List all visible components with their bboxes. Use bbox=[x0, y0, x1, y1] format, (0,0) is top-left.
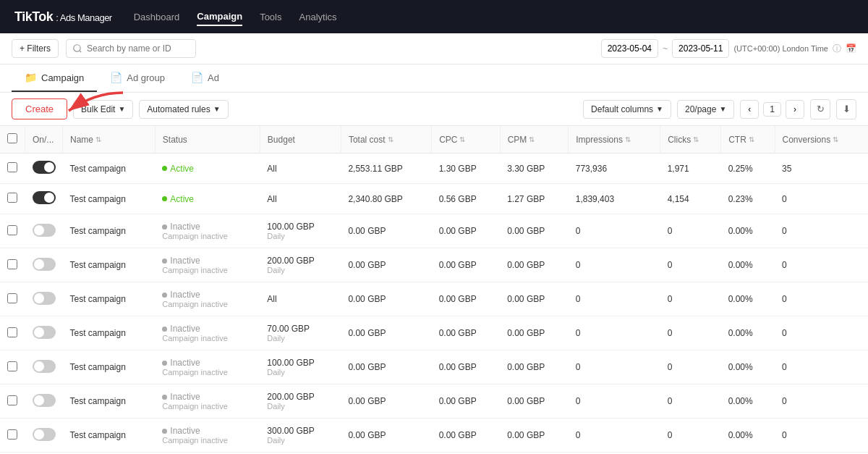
tab-navigation: 📁 Campaign 📄 Ad group 📄 Ad bbox=[0, 64, 868, 93]
nav-tools[interactable]: Tools bbox=[260, 9, 281, 25]
default-columns-button[interactable]: Default columns ▼ bbox=[583, 100, 671, 119]
date-start-button[interactable]: 2023-05-04 bbox=[601, 39, 658, 58]
date-end-button[interactable]: 2023-05-11 bbox=[672, 39, 729, 58]
campaign-toggle-8[interactable] bbox=[33, 428, 56, 441]
cell-budget: 200.00 GBP Daily bbox=[260, 384, 341, 419]
campaign-toggle-5[interactable] bbox=[33, 326, 56, 339]
th-clicks[interactable]: Clicks ⇅ bbox=[660, 126, 721, 154]
cell-toggle[interactable] bbox=[25, 350, 63, 384]
tab-campaign[interactable]: 📁 Campaign bbox=[12, 64, 97, 92]
cell-toggle[interactable] bbox=[25, 248, 63, 282]
status-dot-5 bbox=[162, 327, 167, 332]
ctr-value-4: 0.00% bbox=[728, 294, 753, 304]
cell-total-cost: 0.00 GBP bbox=[341, 419, 431, 453]
select-all-checkbox[interactable] bbox=[7, 133, 17, 143]
cell-toggle[interactable] bbox=[25, 154, 63, 184]
create-button[interactable]: Create bbox=[12, 98, 67, 119]
tab-ad[interactable]: 📄 Ad bbox=[178, 64, 232, 92]
row-checkbox-7[interactable] bbox=[7, 395, 17, 405]
download-button[interactable]: ⬇ bbox=[836, 99, 856, 119]
sort-icon-cpc: ⇅ bbox=[459, 135, 465, 143]
cpm-value-1: 1.27 GBP bbox=[507, 194, 545, 204]
row-checkbox-6[interactable] bbox=[7, 361, 17, 371]
row-checkbox-4[interactable] bbox=[7, 293, 17, 303]
conversions-value-5: 0 bbox=[782, 328, 787, 338]
cell-cpc: 0.00 GBP bbox=[432, 214, 501, 248]
cell-name: Test campaign bbox=[63, 282, 156, 316]
automated-rules-button[interactable]: Automated rules ▼ bbox=[139, 100, 228, 119]
campaign-toggle-4[interactable] bbox=[33, 292, 56, 305]
nav-campaign[interactable]: Campaign bbox=[197, 8, 242, 26]
cell-toggle[interactable] bbox=[25, 214, 63, 248]
th-cpm[interactable]: CPM ⇅ bbox=[500, 126, 569, 154]
th-name[interactable]: Name ⇅ bbox=[63, 126, 156, 154]
cell-status: Active bbox=[155, 154, 260, 184]
status-indicator-6: Inactive bbox=[162, 358, 252, 368]
budget-sub-8: Daily bbox=[267, 436, 333, 445]
th-conversions[interactable]: Conversions ⇅ bbox=[775, 126, 868, 154]
top-navigation: TikTok: Ads Manager Dashboard Campaign T… bbox=[0, 0, 868, 33]
th-cpc[interactable]: CPC ⇅ bbox=[432, 126, 501, 154]
table-body: Test campaign Active All 2,553.11 GBP 1.… bbox=[0, 154, 868, 455]
status-text-1: Active bbox=[170, 194, 194, 204]
row-checkbox-2[interactable] bbox=[7, 225, 17, 235]
nav-dashboard[interactable]: Dashboard bbox=[134, 9, 180, 25]
campaign-toggle-1[interactable] bbox=[33, 191, 56, 204]
total-cost-value-1: 2,340.80 GBP bbox=[348, 194, 402, 204]
budget-value-6: 100.00 GBP bbox=[267, 358, 314, 368]
cell-checkbox bbox=[0, 154, 25, 184]
cpc-value-0: 1.30 GBP bbox=[439, 164, 477, 174]
cell-name: Test campaign bbox=[63, 419, 156, 453]
cell-budget: All bbox=[260, 282, 341, 316]
status-dot-0 bbox=[162, 166, 167, 171]
cell-toggle[interactable] bbox=[25, 184, 63, 214]
th-ctr[interactable]: CTR ⇅ bbox=[721, 126, 775, 154]
cell-impressions: 1,839,403 bbox=[569, 184, 660, 214]
impressions-value-4: 0 bbox=[576, 294, 581, 304]
campaign-toggle-7[interactable] bbox=[33, 394, 56, 407]
cell-toggle[interactable] bbox=[25, 384, 63, 419]
bulk-edit-button[interactable]: Bulk Edit ▼ bbox=[73, 100, 133, 119]
cell-impressions: 0 bbox=[569, 384, 660, 419]
page-next-button[interactable]: › bbox=[786, 100, 804, 119]
cell-cpm: 1.27 GBP bbox=[500, 184, 569, 214]
row-checkbox-8[interactable] bbox=[7, 429, 17, 440]
cell-toggle[interactable] bbox=[25, 419, 63, 453]
cell-checkbox bbox=[0, 350, 25, 384]
calendar-icon[interactable]: 📅 bbox=[846, 43, 856, 54]
cell-total-cost: 0.00 GBP bbox=[341, 384, 431, 419]
page-prev-button[interactable]: ‹ bbox=[740, 100, 759, 119]
status-indicator-8: Inactive bbox=[162, 426, 252, 436]
th-impressions[interactable]: Impressions ⇅ bbox=[569, 126, 660, 154]
cpc-value-8: 0.00 GBP bbox=[439, 430, 477, 440]
clicks-value-0: 1,971 bbox=[668, 164, 689, 174]
cell-cpc: 0.00 GBP bbox=[432, 316, 501, 350]
campaign-icon: 📁 bbox=[25, 72, 37, 83]
cell-toggle[interactable] bbox=[25, 316, 63, 350]
row-checkbox-5[interactable] bbox=[7, 327, 17, 337]
search-input[interactable] bbox=[66, 39, 196, 58]
cell-clicks: 0 bbox=[660, 248, 721, 282]
cell-clicks: 0 bbox=[660, 316, 721, 350]
campaign-toggle-0[interactable] bbox=[33, 161, 56, 174]
cpm-value-4: 0.00 GBP bbox=[507, 294, 545, 304]
cell-toggle[interactable] bbox=[25, 282, 63, 316]
budget-sub-2: Daily bbox=[267, 232, 333, 240]
campaign-toggle-2[interactable] bbox=[33, 224, 56, 237]
campaign-name-8: Test campaign bbox=[70, 430, 126, 440]
row-checkbox-3[interactable] bbox=[7, 259, 17, 269]
filters-button[interactable]: + Filters bbox=[12, 39, 59, 58]
nav-analytics[interactable]: Analytics bbox=[299, 9, 337, 25]
adgroup-icon: 📄 bbox=[110, 72, 122, 83]
campaign-name-1: Test campaign bbox=[70, 194, 126, 204]
row-checkbox-0[interactable] bbox=[7, 162, 17, 172]
per-page-button[interactable]: 20/page ▼ bbox=[677, 100, 734, 119]
refresh-button[interactable]: ↻ bbox=[810, 99, 830, 119]
chevron-down-icon-2: ▼ bbox=[213, 105, 221, 113]
campaign-toggle-6[interactable] bbox=[33, 360, 56, 373]
tab-adgroup[interactable]: 📄 Ad group bbox=[97, 64, 178, 92]
th-total-cost[interactable]: Total cost ⇅ bbox=[341, 126, 431, 154]
campaign-toggle-3[interactable] bbox=[33, 258, 56, 271]
row-checkbox-1[interactable] bbox=[7, 193, 17, 203]
ctr-value-2: 0.00% bbox=[728, 226, 753, 236]
